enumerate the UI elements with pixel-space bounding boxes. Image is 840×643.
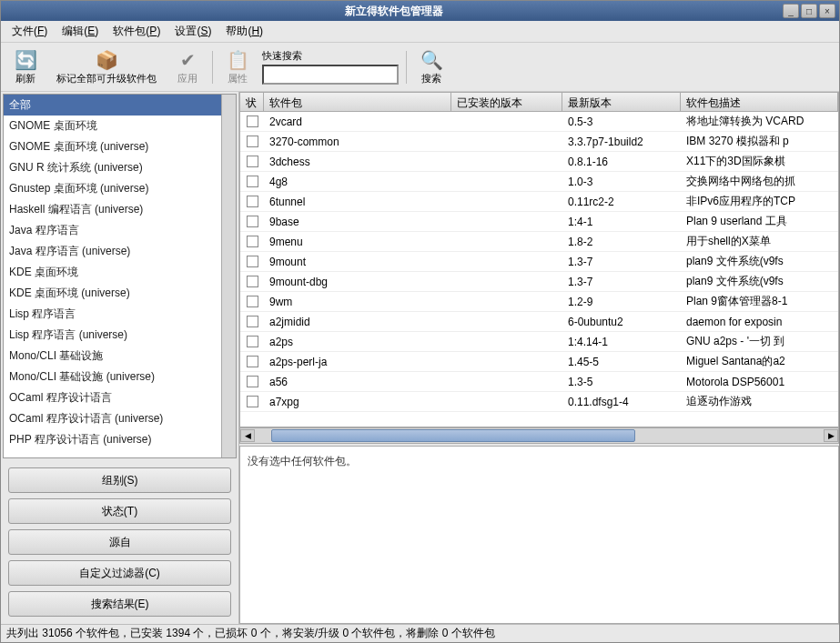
package-row[interactable]: 9mount1.3-7plan9 文件系统(v9fs <box>240 252 838 272</box>
package-row[interactable]: 3dchess0.8.1-16X11下的3D国际象棋 <box>240 152 838 172</box>
checkbox-icon[interactable] <box>247 256 258 267</box>
category-item[interactable]: KDE 桌面环境 (universe) <box>4 283 221 304</box>
category-item[interactable]: PHP 程序设计语言 (universe) <box>4 429 221 450</box>
checkbox-icon[interactable] <box>247 176 258 187</box>
col-status[interactable]: 状 <box>240 93 264 111</box>
package-row[interactable]: a2jmidid6-0ubuntu2daemon for exposin <box>240 312 838 332</box>
pkg-name: 9wm <box>264 296 451 308</box>
horizontal-scrollbar[interactable]: ◀ ▶ <box>239 427 839 444</box>
reload-button[interactable]: 🔄 刷新 <box>8 46 43 88</box>
category-item[interactable]: GNU R 统计系统 (universe) <box>4 157 221 178</box>
package-row[interactable]: a7xpg0.11.dfsg1-4追逐动作游戏 <box>240 392 838 412</box>
scroll-right-icon[interactable]: ▶ <box>824 429 838 442</box>
category-item[interactable]: Lisp 程序语言 <box>4 304 221 325</box>
category-item[interactable]: Mono/CLI 基础设施 (universe) <box>4 367 221 387</box>
category-item[interactable]: Java 程序语言 <box>4 220 221 241</box>
category-item[interactable]: 全部 <box>4 95 221 116</box>
package-row[interactable]: 3270-common3.3.7p7-1build2IBM 3270 模拟器和 … <box>240 132 838 152</box>
category-item[interactable]: KDE 桌面环境 <box>4 262 221 283</box>
maximize-button[interactable]: □ <box>801 4 817 18</box>
apply-label: 应用 <box>177 72 197 85</box>
category-item[interactable]: OCaml 程序设计语言 <box>4 387 221 408</box>
minimize-button[interactable]: _ <box>783 4 799 18</box>
package-row[interactable]: a2ps1:4.14-1GNU a2ps - '一切 到 <box>240 332 838 352</box>
pkg-name: a7xpg <box>264 396 451 408</box>
checkbox-icon[interactable] <box>247 136 258 147</box>
category-item[interactable]: Mono/CLI 基础设施 <box>4 346 221 367</box>
scroll-left-icon[interactable]: ◀ <box>240 429 255 442</box>
scroll-thumb[interactable] <box>271 429 635 442</box>
category-item[interactable]: Java 程序语言 (universe) <box>4 241 221 262</box>
custom-filters-button[interactable]: 自定义过滤器(C) <box>8 560 231 586</box>
pkg-desc: 用于shell的X菜单 <box>681 234 838 249</box>
status-button[interactable]: 状态(T) <box>8 498 231 524</box>
checkbox-icon[interactable] <box>247 356 258 367</box>
package-row[interactable]: a561.3-5Motorola DSP56001 <box>240 372 838 392</box>
checkbox-icon[interactable] <box>247 276 258 287</box>
checkbox-icon[interactable] <box>247 156 258 167</box>
package-row[interactable]: 9base1:4-1Plan 9 userland 工具 <box>240 212 838 232</box>
package-row[interactable]: 9mount-dbg1.3-7plan9 文件系统(v9fs <box>240 272 838 292</box>
pkg-latest: 1.8-2 <box>562 236 681 248</box>
category-item[interactable]: GNOME 桌面环境 (universe) <box>4 136 221 157</box>
quick-search-input[interactable] <box>262 65 399 85</box>
mark-all-upgrades-button[interactable]: 📦 标记全部可升级软件包 <box>50 46 163 88</box>
category-item[interactable]: Haskell 编程语言 (universe) <box>4 199 221 220</box>
category-item[interactable]: Gnustep 桌面环境 (universe) <box>4 178 221 199</box>
package-list[interactable]: 2vcard0.5-3将地址簿转换为 VCARD3270-common3.3.7… <box>239 112 839 427</box>
pkg-latest: 0.8.1-16 <box>562 156 681 168</box>
category-item[interactable]: OCaml 程序设计语言 (universe) <box>4 408 221 429</box>
search-icon: 🔍 <box>420 49 442 71</box>
col-installed[interactable]: 已安装的版本 <box>451 93 562 111</box>
origin-button[interactable]: 源自 <box>8 529 231 555</box>
checkbox-icon[interactable] <box>247 336 258 347</box>
pkg-latest: 1.2-9 <box>562 296 681 308</box>
properties-button: 📋 属性 <box>220 46 255 88</box>
pkg-name: a2ps <box>264 336 451 348</box>
search-button[interactable]: 🔍 搜索 <box>414 46 449 88</box>
menu-p[interactable]: 软件包(P) <box>106 22 167 41</box>
pkg-latest: 1.45-5 <box>562 356 681 368</box>
search-results-button[interactable]: 搜索结果(E) <box>8 591 231 617</box>
package-row[interactable]: 2vcard0.5-3将地址簿转换为 VCARD <box>240 112 838 132</box>
col-name[interactable]: 软件包 <box>264 93 451 111</box>
col-latest[interactable]: 最新版本 <box>562 93 681 111</box>
package-row[interactable]: 4g81.0-3交换网络中网络包的抓 <box>240 172 838 192</box>
menu-e[interactable]: 编辑(E) <box>55 22 106 41</box>
menu-f[interactable]: 文件(F) <box>5 22 55 41</box>
pkg-latest: 6-0ubuntu2 <box>562 316 681 328</box>
checkbox-icon[interactable] <box>247 296 258 307</box>
properties-label: 属性 <box>228 72 248 85</box>
package-row[interactable]: 9wm1.2-9Plan 9窗体管理器8-1 <box>240 292 838 312</box>
pkg-latest: 1.0-3 <box>562 176 681 188</box>
pkg-desc: Miguel Santana的a2 <box>681 354 838 369</box>
menu-h[interactable]: 帮助(H) <box>218 22 270 41</box>
checkbox-icon[interactable] <box>247 196 258 207</box>
checkbox-icon[interactable] <box>247 116 258 127</box>
sections-button[interactable]: 组别(S) <box>8 467 231 493</box>
checkbox-icon[interactable] <box>247 376 258 387</box>
pkg-name: 6tunnel <box>264 196 451 208</box>
pkg-desc: Plan 9窗体管理器8-1 <box>681 294 838 309</box>
checkbox-icon[interactable] <box>247 316 258 327</box>
pkg-latest: 1.3-5 <box>562 376 681 388</box>
menu-s[interactable]: 设置(S) <box>167 22 218 41</box>
package-row[interactable]: 6tunnel0.11rc2-2非IPv6应用程序的TCP <box>240 192 838 212</box>
category-item[interactable]: GNOME 桌面环境 <box>4 116 221 136</box>
pkg-desc: daemon for exposin <box>681 316 838 328</box>
titlebar: 新立得软件包管理器 _ □ × <box>1 1 839 21</box>
pkg-name: 9mount <box>264 256 451 268</box>
toolbar: 🔄 刷新 📦 标记全部可升级软件包 ✔ 应用 📋 属性 快速搜索 🔍 搜索 <box>1 43 839 92</box>
col-description[interactable]: 软件包描述 <box>681 93 838 111</box>
close-button[interactable]: × <box>819 4 835 18</box>
checkbox-icon[interactable] <box>247 236 258 247</box>
package-row[interactable]: a2ps-perl-ja1.45-5Miguel Santana的a2 <box>240 352 838 372</box>
checkbox-icon[interactable] <box>247 216 258 227</box>
category-item[interactable]: Lisp 程序语言 (universe) <box>4 325 221 346</box>
scrollbar[interactable] <box>221 95 236 457</box>
category-list[interactable]: 全部GNOME 桌面环境GNOME 桌面环境 (universe)GNU R 统… <box>4 95 221 457</box>
package-row[interactable]: 9menu1.8-2用于shell的X菜单 <box>240 232 838 252</box>
checkbox-icon[interactable] <box>247 396 258 407</box>
check-icon: ✔ <box>177 49 198 71</box>
pkg-desc: X11下的3D国际象棋 <box>681 154 838 169</box>
